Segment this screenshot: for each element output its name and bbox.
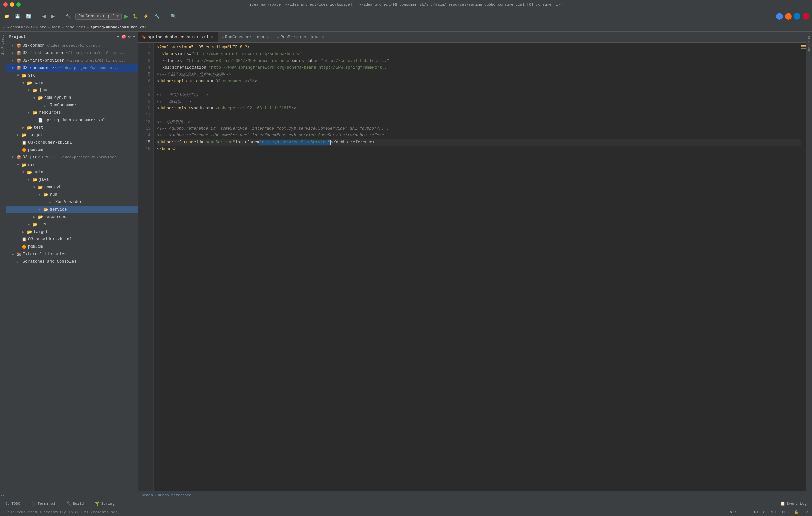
tab-close-spring-dubbo[interactable]: ✕ xyxy=(210,35,215,40)
tree-item-spring-dubbo-xml[interactable]: 📄 spring-dubbo-consumer.xml xyxy=(6,116,138,124)
line-num-2: 2 xyxy=(138,51,153,58)
close-btn[interactable] xyxy=(3,2,8,7)
tree-item-src[interactable]: ▼ 📂 src xyxy=(6,72,138,79)
tree-item-01-common[interactable]: ▶ 📦 01-common ~/idea-project/01-common xyxy=(6,42,138,49)
tree-item-provider-resources[interactable]: ▶ 📂 resources xyxy=(6,213,138,221)
breadcrumb-resources[interactable]: resources xyxy=(65,25,85,29)
code-editor[interactable]: 1 2 3 4 5 6 7 8 9 10 11 12 13 14 15 16 xyxy=(138,43,806,491)
tree-item-provider-run[interactable]: ▼ 📂 run xyxy=(6,191,138,198)
tree-item-provider-target[interactable]: ▶ 📂 target xyxy=(6,228,138,236)
tree-item-03-provider-iml[interactable]: 📋 03-provider-zk.iml xyxy=(6,236,138,243)
run-btn[interactable]: ▶ xyxy=(124,13,128,19)
line-ending[interactable]: LF xyxy=(744,510,749,514)
tree-item-02-first-provider[interactable]: ▶ 📦 02-first-provider ~/idea-project/02-… xyxy=(6,57,138,64)
tab-run-consumer[interactable]: ☕ RunConsumer.java ✕ xyxy=(218,32,273,43)
todo-num: 6: xyxy=(5,502,10,506)
tree-item-03-provider-zk[interactable]: ▼ 📦 03-provider-zk ~/idea-project/03-pro… xyxy=(6,154,138,161)
indent-size[interactable]: 4 spaces xyxy=(771,510,789,514)
back-btn[interactable]: ◀ xyxy=(41,13,47,19)
save-btn[interactable]: 💾 xyxy=(14,13,22,19)
database-panel[interactable]: Database xyxy=(806,32,812,499)
forward-btn[interactable]: ▶ xyxy=(50,13,56,19)
line-num-7: 7 xyxy=(138,85,153,91)
find-btn[interactable]: 🔍 xyxy=(169,13,178,19)
tree-item-pom-xml-provider[interactable]: 🔶 pom.xml xyxy=(6,243,138,251)
sidebar-dropdown-icon[interactable]: ▼ xyxy=(117,35,119,39)
code-line-11 xyxy=(157,112,802,119)
breadcrumb-module[interactable]: 03-consumer-zk xyxy=(3,25,35,29)
sync-icon: 🔄 xyxy=(26,14,31,19)
event-log-btn[interactable]: 📋 Event Log xyxy=(778,501,809,507)
breadcrumb-main[interactable]: main xyxy=(51,25,60,29)
tree-item-service[interactable]: ▶ 📂 service xyxy=(6,206,138,213)
tab-spring-dubbo-consumer[interactable]: 🔖 spring-dubbo-consumer.xml ✕ xyxy=(138,32,218,43)
tree-item-external-libs[interactable]: ▶ 📚 External Libraries xyxy=(6,251,138,258)
todo-btn[interactable]: 6: TODO xyxy=(3,501,23,507)
tree-item-provider-main[interactable]: ▼ 📂 main xyxy=(6,169,138,176)
tree-item-com-cyb[interactable]: ▼ 📂 com.cyb xyxy=(6,184,138,191)
settings-icon[interactable]: ⚙ xyxy=(128,34,131,39)
tree-item-target[interactable]: ▶ 📂 target xyxy=(6,131,138,139)
database-label: Database xyxy=(807,35,811,52)
code-bc-dubbo-ref[interactable]: dubbo:reference xyxy=(158,493,191,497)
code-line-5: <!--当前工程的名称，监控中心使用--> xyxy=(157,71,802,78)
tree-item-provider-test[interactable]: ▶ 📂 test xyxy=(6,221,138,228)
sync-btn[interactable]: 🔄 xyxy=(24,13,33,19)
collapse-icon[interactable]: — xyxy=(133,34,135,39)
opera-icon[interactable] xyxy=(803,13,809,20)
code-line-3: xmlns:xsi="http://www.w3.org/2001/XMLSch… xyxy=(157,58,802,64)
minimize-btn[interactable] xyxy=(10,2,14,7)
tree-item-provider-java[interactable]: ▼ 📂 java xyxy=(6,176,138,184)
project-tree: ▶ 📦 01-common ~/idea-project/01-common ▶… xyxy=(6,42,138,499)
line-num-16: 16 xyxy=(138,146,153,152)
terminal-btn[interactable]: ⬛ Terminal xyxy=(29,501,58,507)
breadcrumb-file[interactable]: spring-dubbo-consumer.xml xyxy=(90,25,146,29)
build-icon: 🔨 xyxy=(66,501,71,506)
git-icon[interactable]: ⎇ xyxy=(804,510,809,514)
tab-run-provider[interactable]: ☕ RunProvider.java ✕ xyxy=(273,32,329,43)
project-btn[interactable]: 📁 xyxy=(3,13,11,19)
tree-item-run-provider[interactable]: ☕ RunProvider xyxy=(6,198,138,206)
build-action-btn[interactable]: 🔨 xyxy=(64,13,73,19)
build-label: Build xyxy=(73,502,84,506)
spring-icon: 🌱 xyxy=(95,501,100,506)
forward-icon: ▶ xyxy=(51,14,55,19)
tree-item-resources[interactable]: ▼ 📂 resources xyxy=(6,109,138,116)
tree-item-03-consumer-zk[interactable]: ▼ 📦 03-consumer-zk ~/idea-project/03-con… xyxy=(6,64,138,72)
coverage-btn[interactable]: ⚡ xyxy=(142,13,150,19)
tree-item-provider-src[interactable]: ▼ 📂 src xyxy=(6,161,138,169)
edge-icon[interactable] xyxy=(794,13,800,20)
tree-item-java[interactable]: ▼ 📂 java xyxy=(6,87,138,94)
tree-item-03-consumer-iml[interactable]: 📋 03-consumer-zk.iml xyxy=(6,139,138,146)
tab-close-run-consumer[interactable]: ✕ xyxy=(266,35,270,40)
maximize-btn[interactable] xyxy=(16,2,21,7)
code-bc-beans[interactable]: beans xyxy=(142,493,153,497)
tree-item-main[interactable]: ▼ 📂 main xyxy=(6,79,138,87)
status-bar: Build completed successfully in 683 ms (… xyxy=(0,508,812,516)
favorites-1[interactable]: 1: Project xyxy=(0,32,5,58)
tab-java-icon-provider: ☕ xyxy=(277,35,279,39)
spring-btn[interactable]: 🌱 Spring xyxy=(92,501,117,507)
encoding[interactable]: UTF-8 xyxy=(754,510,765,514)
tree-item-pom-xml-consumer[interactable]: 🔶 pom.xml xyxy=(6,146,138,154)
locate-icon[interactable]: 🎯 xyxy=(121,34,126,39)
run-config-selector[interactable]: RunConsumer (1) ▼ xyxy=(75,13,122,20)
tab-close-run-provider[interactable]: ✕ xyxy=(321,35,325,40)
profile-btn[interactable]: 🔧 xyxy=(153,13,161,19)
tree-item-test[interactable]: ▶ 📂 test xyxy=(6,124,138,131)
tree-item-scratches[interactable]: ✏️ Scratches and Consoles xyxy=(6,258,138,265)
tree-item-run-consumer[interactable]: ☕ RunConsumer xyxy=(6,102,138,109)
tree-item-02-first-consumer[interactable]: ▶ 📦 02-first-consumer ~/idea-project/02-… xyxy=(6,49,138,57)
favorites-2[interactable]: 2 xyxy=(0,492,5,499)
code-content[interactable]: <?xml version="1.0" encoding="UTF-8"?> ⊟… xyxy=(154,43,806,491)
build-btn[interactable]: 🔨 Build xyxy=(64,501,86,507)
lock-icon[interactable]: 🔒 xyxy=(794,510,799,514)
right-gutter xyxy=(801,43,806,491)
debug-btn[interactable]: 🐛 xyxy=(131,13,139,19)
breadcrumb-src[interactable]: src xyxy=(40,25,46,29)
status-left: Build completed successfully in 683 ms (… xyxy=(3,510,726,514)
chrome-icon[interactable] xyxy=(776,13,783,20)
firefox-icon[interactable] xyxy=(785,13,792,20)
cursor-position[interactable]: 15:79 xyxy=(728,510,739,514)
tree-item-com-cyb-run[interactable]: ▼ 📂 com.cyb.run xyxy=(6,94,138,102)
